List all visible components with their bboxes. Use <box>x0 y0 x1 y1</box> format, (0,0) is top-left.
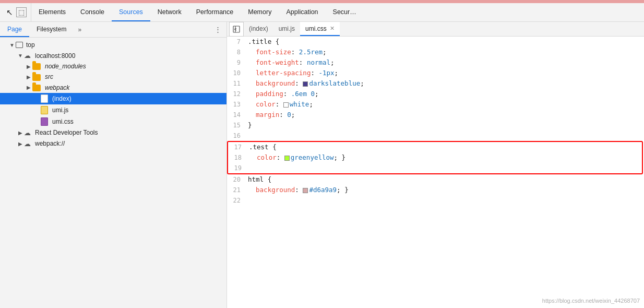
code-content-10: letter-spacing: -1px; <box>246 68 644 78</box>
color-swatch-greenyellow[interactable] <box>284 156 290 161</box>
tree-label-react-devtools: React Developer Tools <box>35 129 98 136</box>
tree-label-src: src <box>45 73 53 80</box>
code-line-16: 16 <box>227 131 644 141</box>
code-line-12: 12 padding: .6em 0; <box>227 89 644 99</box>
code-content-22 <box>246 195 644 206</box>
code-line-15: 15 } <box>227 120 644 131</box>
code-line-8: 8 font-size: 2.5rem; <box>227 47 644 57</box>
sub-tab-dots[interactable]: ⋮ <box>209 22 226 37</box>
tree-label-umijs: umi.js <box>52 106 68 114</box>
sub-tab-more[interactable]: » <box>74 22 86 37</box>
tree-item-top[interactable]: ▼ top <box>0 40 226 50</box>
source-tab-index-label: (index) <box>249 25 268 32</box>
tree-item-umijs[interactable]: umi.js <box>0 104 226 116</box>
source-tab-umijs[interactable]: umi.js <box>273 22 300 36</box>
highlight-block: 17 .test { 18 color: greenyellow; } 19 <box>227 141 643 174</box>
color-swatch-d6a9a9[interactable] <box>303 188 308 193</box>
devtools-tabs-list: Elements Console Sources Network Perform… <box>31 3 644 21</box>
line-num-13: 13 <box>227 99 246 110</box>
tree-label-index: (index) <box>52 95 71 102</box>
code-line-22: 22 <box>227 195 644 206</box>
tab-security[interactable]: Secur… <box>326 3 364 21</box>
devtools-tab-bar: ↖ ⬚ Elements Console Sources Network Per… <box>0 3 644 22</box>
toggle-sidebar-icon[interactable] <box>229 22 244 37</box>
window-icon <box>16 42 23 48</box>
tree-item-index[interactable]: (index) <box>0 93 226 104</box>
tree-label-node-modules: node_modules <box>45 63 86 70</box>
cloud-icon-webpack-proto: ☁ <box>24 140 31 148</box>
tab-memory[interactable]: Memory <box>241 3 279 21</box>
code-content-13: color: white; <box>246 99 644 110</box>
cloud-icon-localhost: ☁ <box>24 52 31 60</box>
line-num-10: 10 <box>227 68 246 78</box>
source-tab-umijs-label: umi.js <box>279 25 295 32</box>
watermark: https://blog.csdn.net/weixin_44268707 <box>542 298 640 304</box>
cursor-icon[interactable]: ↖ <box>6 8 13 17</box>
line-num-17: 17 <box>228 142 247 152</box>
tab-elements[interactable]: Elements <box>31 3 73 21</box>
tree-arrow-localhost: ▼ <box>17 53 24 58</box>
source-tab-close-icon[interactable]: ✕ <box>330 25 335 32</box>
line-num-19: 19 <box>228 163 247 173</box>
tree-item-webpack[interactable]: ▶ webpack <box>0 82 226 93</box>
tree-arrow-webpack: ▶ <box>25 85 32 90</box>
code-content-7: .title { <box>246 37 644 47</box>
code-editor: 7 .title { 8 font-size: 2.5rem; 9 font-w… <box>227 37 644 308</box>
tree-arrow-node-modules: ▶ <box>25 64 32 69</box>
source-tab-umicss[interactable]: umi.css ✕ <box>300 22 340 36</box>
cloud-icon-react-devtools: ☁ <box>24 129 31 137</box>
sub-tab-filesystem[interactable]: Filesystem <box>29 22 74 37</box>
tree-arrow-webpack-proto: ▶ <box>17 141 24 147</box>
folder-icon-webpack <box>32 84 41 91</box>
source-sub-tab-bar: Page Filesystem » ⋮ <box>0 22 226 38</box>
file-icon-umijs <box>41 106 48 114</box>
code-line-18: 18 color: greenyellow; } <box>228 152 642 163</box>
code-line-13: 13 color: white; <box>227 99 644 110</box>
file-icon-index <box>41 94 48 103</box>
tree-item-localhost[interactable]: ▼ ☁ localhost:8000 <box>0 50 226 61</box>
line-num-16: 16 <box>227 131 246 141</box>
line-num-11: 11 <box>227 78 246 89</box>
folder-icon-node-modules <box>32 63 41 70</box>
code-line-20: 20 html { <box>227 174 644 185</box>
code-content-12: padding: .6em 0; <box>246 89 644 99</box>
tree-label-umicss: umi.css <box>52 118 74 125</box>
tab-sources[interactable]: Sources <box>112 3 150 21</box>
code-content-9: font-weight: normal; <box>246 57 644 68</box>
source-file-tabs: (index) umi.js umi.css ✕ <box>227 22 644 37</box>
code-content-21: background: #d6a9a9; } <box>246 185 644 195</box>
tree-item-react-devtools[interactable]: ▶ ☁ React Developer Tools <box>0 127 226 138</box>
code-content-20: html { <box>246 174 644 185</box>
tree-item-node-modules[interactable]: ▶ node_modules <box>0 61 226 72</box>
line-num-8: 8 <box>227 47 246 57</box>
devtools-icon-group: ↖ ⬚ <box>2 3 31 21</box>
tab-network[interactable]: Network <box>150 3 189 21</box>
inspect-icon[interactable]: ⬚ <box>16 7 27 17</box>
color-swatch-darkslateblue[interactable] <box>303 81 308 87</box>
code-area[interactable]: 7 .title { 8 font-size: 2.5rem; 9 font-w… <box>227 37 644 308</box>
tree-item-webpack-proto[interactable]: ▶ ☁ webpack:// <box>0 138 226 149</box>
code-line-10: 10 letter-spacing: -1px; <box>227 68 644 78</box>
line-num-14: 14 <box>227 110 246 120</box>
line-num-9: 9 <box>227 57 246 68</box>
code-line-11: 11 background: darkslateblue; <box>227 78 644 89</box>
line-num-18: 18 <box>228 152 247 163</box>
sub-tab-page[interactable]: Page <box>0 22 29 37</box>
code-content-11: background: darkslateblue; <box>246 78 644 89</box>
line-num-21: 21 <box>227 185 246 195</box>
tree-label-webpack-proto: webpack:// <box>35 140 65 147</box>
tree-label-top: top <box>26 41 35 49</box>
folder-icon-src <box>32 73 41 80</box>
source-tab-index[interactable]: (index) <box>244 22 273 36</box>
tab-console[interactable]: Console <box>73 3 112 21</box>
color-swatch-white[interactable] <box>283 102 289 108</box>
tab-application[interactable]: Application <box>279 3 325 21</box>
code-content-16 <box>246 131 644 141</box>
tree-arrow-react-devtools: ▶ <box>17 130 24 136</box>
line-num-15: 15 <box>227 120 246 131</box>
code-content-19 <box>247 163 642 173</box>
tree-item-umicss[interactable]: umi.css <box>0 116 226 127</box>
file-tree: ▼ top ▼ ☁ localhost:8000 ▶ node_modules <box>0 38 226 308</box>
tree-item-src[interactable]: ▶ src <box>0 72 226 82</box>
tab-performance[interactable]: Performance <box>189 3 241 21</box>
